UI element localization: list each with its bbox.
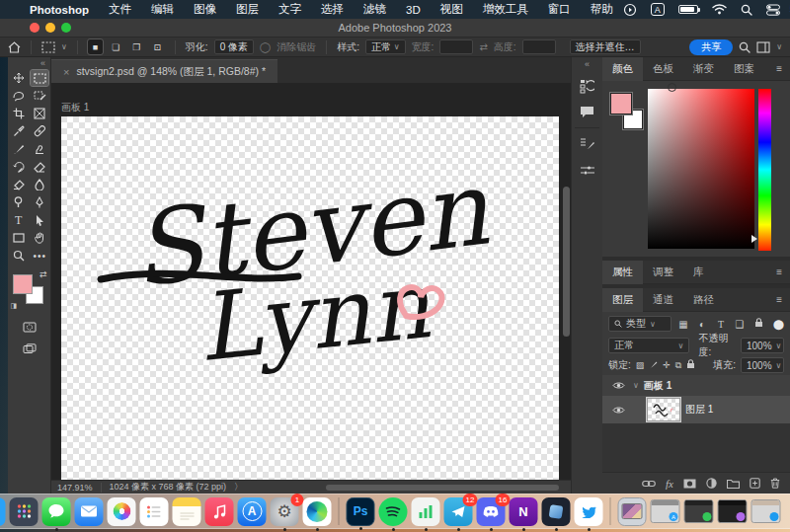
healing-brush-tool[interactable] [31, 123, 48, 139]
menu-layer[interactable]: 图层 [226, 2, 269, 17]
artboard-canvas[interactable]: Steven Lynn [61, 116, 559, 480]
panel-foreground-swatch[interactable] [610, 93, 632, 114]
minimized-window-4[interactable] [751, 499, 781, 523]
dock-discord[interactable]: 16 [477, 497, 506, 526]
dock-downloads-stack[interactable] [618, 497, 647, 526]
fill-select[interactable]: 100%∨ [741, 357, 784, 373]
tab-patterns[interactable]: 图案 [724, 57, 764, 81]
input-source-icon[interactable]: A [651, 3, 665, 16]
menu-plugins[interactable]: 增效工具 [473, 2, 538, 17]
workspace-chevron-icon[interactable]: ∨ [776, 42, 782, 51]
canvas-area[interactable]: 画板 1 Steven Lynn [51, 83, 571, 480]
frame-tool[interactable] [31, 106, 48, 121]
history-panel-icon[interactable] [576, 75, 599, 97]
control-center-icon[interactable] [766, 4, 780, 16]
zoom-tool[interactable] [10, 248, 28, 264]
add-mask-icon[interactable] [683, 479, 696, 489]
tab-libraries[interactable]: 库 [683, 261, 714, 284]
menu-view[interactable]: 视图 [431, 2, 473, 17]
status-chevron-icon[interactable]: 〉 [234, 481, 243, 494]
close-tab-icon[interactable]: × [63, 66, 69, 78]
color-panel-menu-icon[interactable]: ≡ [776, 63, 782, 74]
edit-toolbar-icon[interactable]: ••• [31, 248, 48, 264]
dock-audio-stats-app[interactable] [412, 497, 440, 526]
pen-tool[interactable] [31, 194, 48, 210]
toolbar-collapse-icon[interactable]: « [8, 57, 50, 69]
lock-paint-icon[interactable] [649, 360, 658, 371]
menu-filter[interactable]: 滤镜 [354, 2, 396, 17]
filter-toggle-icon[interactable]: ⬤ [773, 319, 784, 330]
menu-edit[interactable]: 编辑 [141, 2, 184, 17]
marquee-tool-preset-icon[interactable] [41, 41, 55, 53]
select-and-mask-button[interactable]: 选择并遮住… [570, 39, 641, 54]
feather-input[interactable]: 0 像素 [214, 39, 254, 54]
new-group-icon[interactable] [727, 479, 740, 489]
dock-edge[interactable] [303, 497, 332, 526]
minimized-window-2[interactable] [684, 499, 714, 523]
screen-mirroring-icon[interactable] [623, 3, 637, 17]
dock-telegram[interactable]: 12 [444, 497, 473, 526]
add-to-selection-button[interactable]: ❏ [109, 39, 123, 54]
layer-row-artboard[interactable]: ∨ 画板 1 [602, 375, 790, 396]
tool-preset-chevron-icon[interactable]: ∨ [61, 42, 67, 51]
layer-thumbnail[interactable] [647, 398, 680, 421]
tab-gradients[interactable]: 渐变 [683, 57, 724, 81]
expand-panels-icon[interactable]: « [572, 57, 602, 71]
minimized-window-1[interactable]: A [651, 499, 680, 523]
opacity-select[interactable]: 100%∨ [741, 338, 784, 353]
vertical-scrollbar[interactable] [563, 187, 570, 337]
artboard-expand-chevron-icon[interactable]: ∨ [633, 381, 639, 390]
dock-dark-blue-app[interactable] [542, 497, 571, 526]
lock-position-icon[interactable]: ✛ [663, 360, 671, 370]
spotlight-search-icon[interactable] [741, 4, 752, 16]
antialias-checkbox[interactable]: ◯ [260, 41, 271, 52]
color-picker-ring[interactable] [668, 83, 676, 92]
tab-layers[interactable]: 图层 [602, 288, 643, 312]
subtract-selection-button[interactable]: ❐ [129, 39, 144, 54]
path-selection-tool[interactable] [31, 212, 48, 228]
new-layer-icon[interactable] [750, 478, 760, 489]
lasso-tool[interactable] [10, 88, 28, 104]
minimized-window-3[interactable] [718, 499, 748, 523]
zoom-level-field[interactable]: 147.91% [57, 483, 93, 493]
visibility-eye-icon[interactable] [608, 381, 628, 390]
layer-filter-select[interactable]: 类型∨ [608, 316, 672, 332]
rectangle-tool[interactable] [10, 230, 28, 246]
filter-shape-layers-icon[interactable]: ❑ [733, 319, 747, 330]
intersect-selection-button[interactable]: ⊡ [150, 39, 165, 54]
properties-panel-menu-icon[interactable]: ≡ [776, 266, 782, 277]
filter-adjustment-layers-icon[interactable]: ◐ [695, 319, 709, 330]
filter-smart-objects-icon[interactable] [751, 318, 765, 330]
adjustment-layer-icon[interactable] [706, 478, 717, 489]
menu-select[interactable]: 选择 [311, 2, 354, 17]
width-input[interactable] [439, 39, 473, 54]
delete-layer-icon[interactable] [770, 478, 780, 489]
new-selection-button[interactable]: ■ [88, 39, 103, 54]
dock-launchpad[interactable] [10, 497, 39, 526]
lock-artboard-icon[interactable]: ⧉ [675, 360, 681, 371]
menu-file[interactable]: 文件 [99, 2, 141, 17]
dock-photos[interactable] [108, 497, 136, 526]
dock-finder[interactable] [0, 497, 6, 526]
artboard-label[interactable]: 画板 1 [61, 101, 89, 114]
dock-spotify[interactable] [379, 497, 408, 526]
comments-panel-icon[interactable] [576, 101, 599, 122]
blend-mode-select[interactable]: 正常∨ [608, 338, 689, 353]
style-select[interactable]: 正常 ∨ [365, 39, 406, 54]
quick-mask-button[interactable] [21, 319, 39, 335]
gradient-tool[interactable] [10, 177, 28, 192]
swap-colors-icon[interactable]: ⇄ [40, 269, 47, 279]
tab-properties[interactable]: 属性 [602, 261, 643, 284]
lock-transparent-icon[interactable]: ▨ [636, 360, 645, 370]
brush-settings-panel-icon[interactable] [576, 133, 599, 155]
dock-app-store[interactable]: A [238, 497, 267, 526]
hue-slider-thumb[interactable] [751, 235, 757, 243]
workspace-switcher-icon[interactable] [756, 41, 770, 53]
menu-window[interactable]: 窗口 [538, 2, 581, 17]
dock-reminders[interactable] [140, 497, 169, 526]
height-input[interactable] [522, 39, 556, 54]
foreground-color-swatch[interactable] [13, 274, 33, 294]
layer-row-layer1[interactable]: 图层 1 [602, 396, 790, 423]
menu-image[interactable]: 图像 [184, 2, 226, 17]
eyedropper-tool[interactable] [10, 123, 28, 139]
